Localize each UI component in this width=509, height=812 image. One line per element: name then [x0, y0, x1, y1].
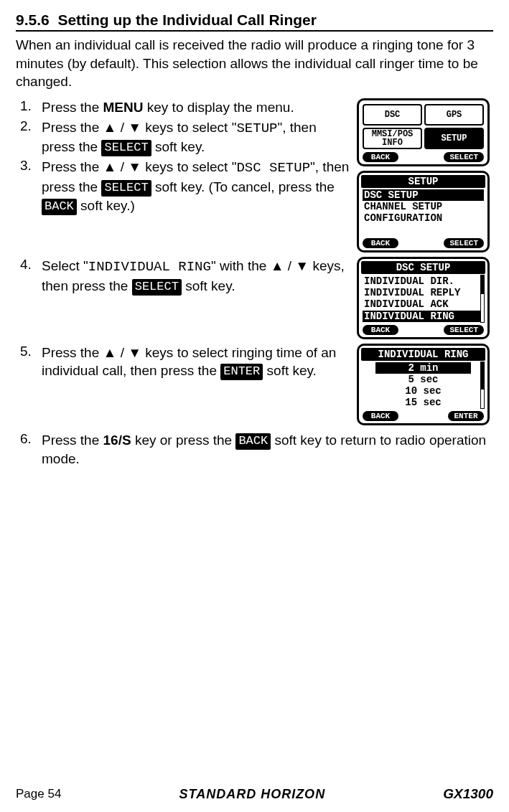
scrollbar [480, 362, 485, 409]
back-softkey: BACK [363, 152, 398, 162]
menu-item: CHANNEL SETUP [363, 201, 484, 212]
section-heading: Setting up the Individual Call Ringer [57, 11, 317, 28]
menu-item: 10 sec [375, 385, 471, 397]
brand-logo: STANDARD HORIZON [179, 787, 325, 802]
page-number: Page 54 [16, 787, 61, 801]
section-number: 9.5.6 [16, 11, 50, 28]
menu-item: INDIVIDUAL ACK [363, 298, 484, 310]
up-arrow: ▲ [103, 345, 117, 360]
select-softkey: SELECT [101, 180, 151, 197]
menu-tiles: DSC GPS MMSI/POS INFO SETUP [361, 103, 485, 151]
step-5-row: 5. Press the ▲ / ▼ keys to select ringin… [16, 344, 493, 425]
back-softkey: BACK [42, 199, 77, 215]
tile-setup: SETUP [424, 128, 484, 149]
menu-item: INDIVIDUAL REPLY [363, 287, 484, 298]
step-text: Press the ▲ / ▼ keys to select "DSC SETU… [42, 158, 357, 215]
individual-ring-text: INDIVIDUAL RING [88, 259, 211, 275]
steps-1-3-row: 1. Press the MENU key to display the men… [16, 98, 493, 252]
softkey-row: BACK SELECT [361, 324, 485, 335]
tile-gps: GPS [424, 104, 484, 126]
step-1: 1. Press the MENU key to display the men… [16, 98, 357, 117]
tile-dsc: DSC [363, 104, 422, 126]
menu-item: 5 sec [375, 374, 471, 385]
lcd-setup-menu: SETUP DSC SETUP CHANNEL SETUP CONFIGURAT… [357, 171, 490, 252]
select-softkey: SELECT [444, 325, 484, 335]
step-text: Select "INDIVIDUAL RING" with the ▲ / ▼ … [42, 257, 357, 296]
back-softkey: BACK [363, 411, 398, 421]
menu-item: INDIVIDUAL RING [363, 311, 484, 322]
step-text: Press the ▲ / ▼ keys to select ringing t… [42, 344, 357, 381]
lcd-dsc-setup: DSC SETUP INDIVIDUAL DIR. INDIVIDUAL REP… [357, 257, 490, 339]
page-footer: Page 54 STANDARD HORIZON GX1300 [16, 786, 493, 802]
down-arrow: ▼ [295, 258, 309, 273]
tile-mmsi: MMSI/POS INFO [363, 128, 422, 149]
figure-col-3: INDIVIDUAL RING 2 min 5 sec 10 sec 15 se… [357, 344, 493, 425]
lcd-main-menu: DSC GPS MMSI/POS INFO SETUP BACK SELECT [357, 98, 490, 166]
lcd-title: SETUP [361, 175, 485, 188]
lcd-title: DSC SETUP [361, 261, 485, 274]
step-num: 3. [16, 158, 42, 174]
step-text: Press the ▲ / ▼ keys to select "SETUP", … [42, 118, 357, 157]
menu-item: DSC SETUP [363, 189, 484, 201]
step-2: 2. Press the ▲ / ▼ keys to select "SETUP… [16, 118, 357, 157]
dsc-setup-text: DSC SETUP [236, 160, 310, 176]
back-softkey: BACK [363, 238, 398, 248]
softkey-row: BACK ENTER [361, 410, 485, 421]
up-arrow: ▲ [271, 258, 284, 273]
step-num: 6. [16, 431, 42, 447]
step-4-row: 4. Select "INDIVIDUAL RING" with the ▲ /… [16, 257, 493, 339]
step-3: 3. Press the ▲ / ▼ keys to select "DSC S… [16, 158, 357, 215]
select-softkey: SELECT [444, 238, 484, 248]
lcd-title: INDIVIDUAL RING [361, 348, 485, 361]
menu-body: 2 min 5 sec 10 sec 15 sec [361, 362, 485, 410]
sixteen-s-key: 16/S [103, 433, 131, 448]
setup-text: SETUP [236, 121, 277, 136]
step-text: Press the 16/S key or press the BACK sof… [42, 431, 493, 468]
softkey-row: BACK SELECT [361, 151, 485, 162]
step-6-row: 6. Press the 16/S key or press the BACK … [16, 431, 493, 468]
lcd-individual-ring: INDIVIDUAL RING 2 min 5 sec 10 sec 15 se… [357, 344, 490, 425]
select-softkey: SELECT [444, 152, 484, 162]
menu-item: INDIVIDUAL DIR. [363, 275, 484, 287]
down-arrow: ▼ [128, 120, 141, 135]
menu-body: INDIVIDUAL DIR. INDIVIDUAL REPLY INDIVID… [361, 275, 485, 323]
select-softkey: SELECT [101, 140, 151, 156]
up-arrow: ▲ [103, 159, 117, 174]
menu-key: MENU [103, 100, 144, 115]
step-num: 2. [16, 118, 42, 134]
up-arrow: ▲ [103, 120, 117, 135]
menu-body: DSC SETUP CHANNEL SETUP CONFIGURATION [361, 189, 485, 237]
menu-item: 2 min [375, 362, 471, 374]
menu-item: CONFIGURATION [363, 212, 484, 224]
page-content: 9.5.6 Setting up the Individual Call Rin… [0, 0, 509, 468]
figure-col-2: DSC SETUP INDIVIDUAL DIR. INDIVIDUAL REP… [357, 257, 493, 339]
figure-col-1: DSC GPS MMSI/POS INFO SETUP BACK SELECT … [357, 98, 493, 252]
menu-item: 15 sec [375, 397, 471, 408]
step-num: 4. [16, 257, 42, 273]
down-arrow: ▼ [128, 159, 141, 174]
select-softkey: SELECT [132, 279, 182, 296]
scrollbar [480, 275, 485, 322]
down-arrow: ▼ [128, 345, 141, 360]
section-title: 9.5.6 Setting up the Individual Call Rin… [16, 11, 493, 32]
step-text: Press the MENU key to display the menu. [42, 98, 357, 117]
model-number: GX1300 [443, 786, 493, 802]
softkey-row: BACK SELECT [361, 237, 485, 248]
enter-softkey: ENTER [220, 364, 263, 380]
step-num: 1. [16, 98, 42, 114]
section-intro: When an individual call is received the … [16, 36, 493, 91]
enter-softkey: ENTER [448, 411, 484, 421]
back-softkey: BACK [235, 433, 271, 450]
step-num: 5. [16, 344, 42, 359]
back-softkey: BACK [363, 325, 398, 335]
menu-item [363, 224, 484, 235]
